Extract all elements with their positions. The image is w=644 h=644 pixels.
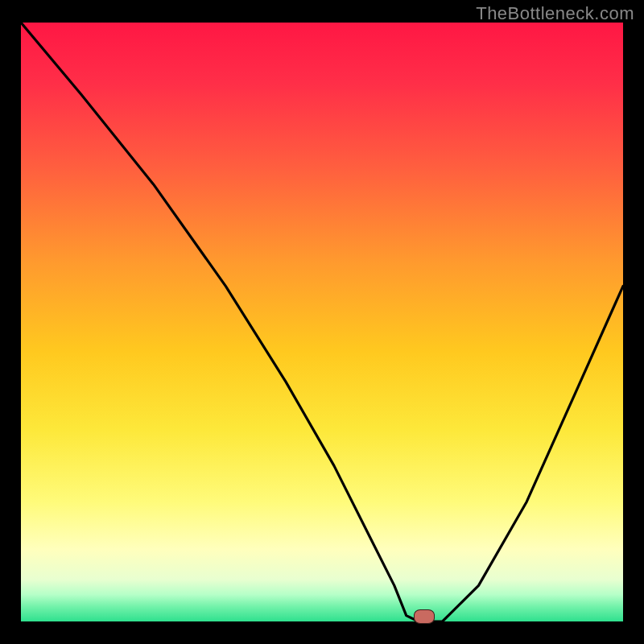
gradient-rect <box>21 23 623 621</box>
watermark-text: TheBottleneck.com <box>476 3 634 24</box>
plot-background <box>21 23 623 621</box>
optimal-point-marker <box>414 609 435 624</box>
chart-container: TheBottleneck.com <box>0 0 644 644</box>
